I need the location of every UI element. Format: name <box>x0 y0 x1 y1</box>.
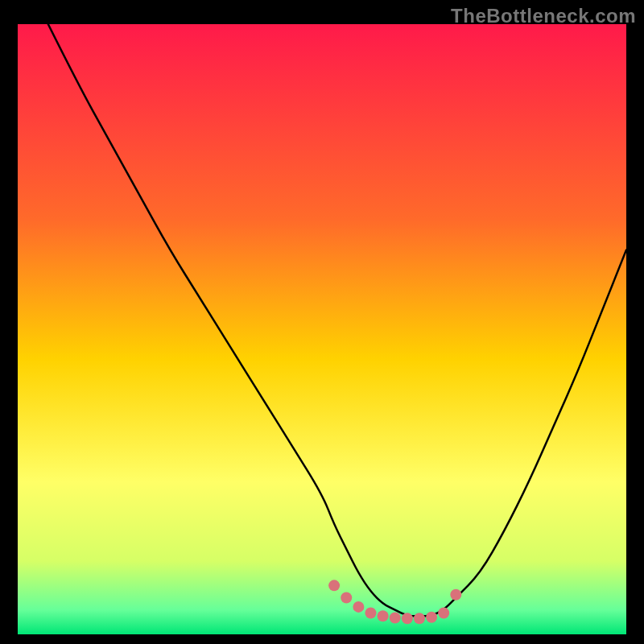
flat-zone-marker <box>414 613 425 624</box>
bottleneck-chart <box>0 0 644 644</box>
flat-zone-marker <box>426 612 437 623</box>
flat-zone-marker <box>402 613 413 624</box>
chart-frame: TheBottleneck.com <box>0 0 644 644</box>
flat-zone-marker <box>450 589 461 601</box>
flat-zone-marker <box>438 607 449 618</box>
flat-zone-marker <box>328 580 340 591</box>
flat-zone-marker <box>341 592 352 604</box>
flat-zone-marker <box>390 613 401 624</box>
flat-zone-marker <box>353 601 364 613</box>
flat-zone-marker <box>378 610 389 621</box>
gradient-background <box>18 24 626 634</box>
watermark-text: TheBottleneck.com <box>451 5 636 27</box>
flat-zone-marker <box>365 607 376 618</box>
